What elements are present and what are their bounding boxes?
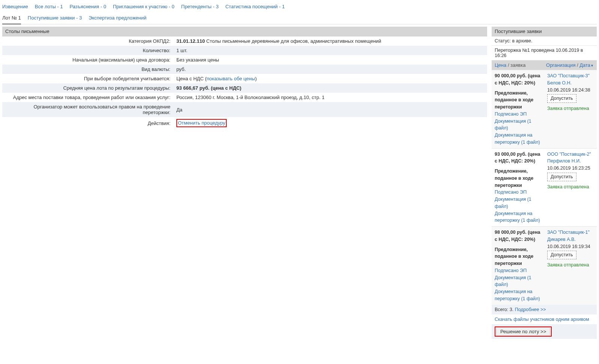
- bid-person-link[interactable]: Белов О.Н.: [547, 80, 572, 86]
- bid-offer-label: Предложение, поданное в ходе переторжки: [495, 168, 541, 189]
- bid-org-link[interactable]: ЗАО "Поставщик-1": [547, 230, 590, 235]
- price-sep: / заявка: [506, 62, 525, 68]
- bid-offer-label: Предложение, поданное в ходе переторжки: [495, 246, 541, 267]
- tab-lot-1[interactable]: Лот № 1: [2, 13, 21, 24]
- bid-card: 98 000,00 руб. (цена с НДС, НДС: 20%)Пре…: [492, 226, 597, 305]
- bid-retrade-docs-link[interactable]: Документация на переторжку (1 файл): [495, 289, 540, 301]
- row-currency-label: Вид валюты:: [2, 65, 173, 74]
- decision-highlight: Решение по лоту >>: [495, 326, 552, 337]
- bid-price: 93 000,00 руб. (цена с НДС, НДС: 20%): [495, 151, 541, 165]
- row-address-label: Адрес места поставки товара, проведения …: [2, 93, 173, 102]
- bid-offer-label: Предложение, поданное в ходе переторжки: [495, 90, 541, 111]
- lot-info-panel: Столы письменные Категория ОКПД2: 31.01.…: [2, 27, 487, 129]
- sort-price-link[interactable]: Цена: [495, 62, 506, 68]
- bid-info-col: 90 000,00 руб. (цена с НДС, НДС: 20%)Пре…: [492, 70, 544, 148]
- row-okpd2-code: 31.01.12.110: [176, 38, 205, 44]
- row-address: Адрес места поставки товара, проведения …: [2, 93, 487, 102]
- bid-price: 98 000,00 руб. (цена с НДС, НДС: 20%): [495, 229, 541, 243]
- bid-signed-link[interactable]: Подписано ЭП: [495, 268, 527, 273]
- row-okpd2-label: Категория ОКПД2:: [2, 36, 173, 46]
- tab-expertise[interactable]: Экспертиза предложений: [89, 13, 146, 24]
- bids-title: Поступившие заявки: [492, 27, 597, 36]
- bid-org-col: ЗАО "Поставщик-1"Дикарев А.В.10.06.2019 …: [544, 227, 597, 305]
- tab-received-bids[interactable]: Поступившие заявки - 3: [28, 13, 82, 24]
- bid-card: 93 000,00 руб. (цена с НДС, НДС: 20%)Пре…: [492, 148, 597, 227]
- row-currency: Вид валюты: руб.: [2, 65, 487, 74]
- row-retrade-right-value: Да: [173, 102, 487, 117]
- tab-lot-1-label: Лот № 1: [2, 15, 21, 21]
- row-currency-value: руб.: [173, 65, 487, 74]
- bid-info-col: 98 000,00 руб. (цена с НДС, НДС: 20%)Пре…: [492, 227, 544, 305]
- nav-all-lots[interactable]: Все лоты - 1: [35, 4, 63, 9]
- sub-nav: Лот № 1 Поступившие заявки - 3 Экспертиз…: [2, 11, 597, 24]
- bids-total-row: Всего: 3. Подробнее >>: [492, 305, 597, 314]
- bids-total-label: Всего: 3.: [495, 307, 513, 312]
- row-winner-criteria: При выборе победителя учитывается: Цена …: [2, 74, 487, 83]
- tab-received-bids-label[interactable]: Поступившие заявки - 3: [28, 15, 82, 21]
- nav-applicants[interactable]: Претенденты - 3: [181, 4, 219, 9]
- bid-sent-status: Заявка отправлена: [547, 262, 594, 269]
- bid-org-col: ЗАО "Поставщик-3"Белов О.Н.10.06.2019 16…: [544, 70, 597, 148]
- bid-docs-link[interactable]: Документация (1 файл): [495, 119, 531, 131]
- bid-sent-status: Заявка отправлена: [547, 105, 594, 112]
- row-okpd2: Категория ОКПД2: 31.01.12.110 Столы пись…: [2, 36, 487, 46]
- row-start-price-value: Без указания цены: [173, 55, 487, 65]
- row-actions-value: Отменить процедуру: [173, 117, 487, 129]
- criteria-suffix: ): [255, 76, 257, 81]
- row-avg-price-label: Средняя цена лота по результатам процеду…: [2, 83, 173, 93]
- cancel-procedure-highlight: Отменить процедуру: [176, 119, 227, 127]
- bid-org-col: ООО "Поставщик-2"Перфилов Н.И.10.06.2019…: [544, 149, 597, 227]
- row-okpd2-value: 31.01.12.110 Столы письменные деревянные…: [173, 36, 487, 46]
- bid-admit-button[interactable]: Допустить: [547, 94, 576, 103]
- row-winner-criteria-label: При выборе победителя учитывается:: [2, 74, 173, 83]
- toggle-both-prices-link[interactable]: показывать обе цены: [207, 76, 255, 81]
- download-all-link[interactable]: Скачать файлы участников одним архивом: [495, 317, 589, 322]
- bid-timestamp: 10.06.2019 16:19:34: [547, 243, 594, 250]
- bid-retrade-docs-link[interactable]: Документация на переторжку (1 файл): [495, 132, 540, 145]
- sort-desc-icon: ▼: [590, 64, 594, 68]
- bid-signed-link[interactable]: Подписано ЭП: [495, 111, 527, 117]
- bid-timestamp: 10.06.2019 16:23:25: [547, 165, 594, 172]
- decision-row: Решение по лоту >>: [492, 324, 597, 339]
- download-all-row: Скачать файлы участников одним архивом: [492, 314, 597, 324]
- row-avg-price-value: 93 666,67 руб. (цена с НДС): [173, 83, 487, 93]
- row-start-price-label: Начальная (максимальная) цена договора:: [2, 55, 173, 65]
- sort-date-link[interactable]: Дата: [579, 62, 590, 68]
- nav-notice[interactable]: Извещение: [2, 4, 28, 9]
- bids-panel: Поступившие заявки Статус: в архиве. Пер…: [492, 27, 597, 339]
- nav-invites[interactable]: Приглашения к участию - 0: [113, 4, 175, 9]
- row-address-value: Россия, 123060 г. Москва, 1-й Волоколамс…: [173, 93, 487, 102]
- top-nav: Извещение Все лоты - 1 Разъяснения - 0 П…: [2, 2, 597, 11]
- bid-signed-link[interactable]: Подписано ЭП: [495, 190, 527, 195]
- bid-timestamp: 10.06.2019 16:24:38: [547, 87, 594, 94]
- bid-admit-button[interactable]: Допустить: [547, 173, 576, 181]
- bid-org-link[interactable]: ЗАО "Поставщик-3": [547, 73, 590, 78]
- cancel-procedure-link[interactable]: Отменить процедуру: [178, 120, 225, 126]
- bids-columns-header: Цена / заявка Организация / Дата▼: [492, 60, 597, 70]
- row-retrade-right-label: Организатор может воспользоваться правом…: [2, 102, 173, 117]
- nav-stats[interactable]: Статистика посещений - 1: [225, 4, 284, 9]
- tab-expertise-label[interactable]: Экспертиза предложений: [89, 15, 146, 21]
- bid-docs-link[interactable]: Документация (1 файл): [495, 197, 531, 209]
- bid-card: 90 000,00 руб. (цена с НДС, НДС: 20%)Пре…: [492, 70, 597, 148]
- row-actions-label: Действия:: [2, 117, 173, 129]
- bids-status: Статус: в архиве.: [492, 36, 597, 46]
- sort-org-link[interactable]: Организация: [546, 62, 575, 68]
- bid-person-link[interactable]: Перфилов Н.И.: [547, 158, 581, 164]
- bid-retrade-docs-link[interactable]: Документация на переторжку (1 файл): [495, 211, 540, 223]
- bid-docs-link[interactable]: Документация (1 файл): [495, 275, 531, 287]
- nav-clarifications[interactable]: Разъяснения - 0: [70, 4, 106, 9]
- row-okpd2-desc: Столы письменные деревянные для офисов, …: [205, 38, 381, 44]
- row-qty-value: 1 шт.: [173, 46, 487, 55]
- bid-person-link[interactable]: Дикарев А.В.: [547, 237, 576, 242]
- row-actions: Действия: Отменить процедуру: [2, 117, 487, 129]
- avg-price-bold: 93 666,67 руб. (цена с НДС): [176, 85, 241, 91]
- row-qty: Количество: 1 шт.: [2, 46, 487, 55]
- bid-org-link[interactable]: ООО "Поставщик-2": [547, 152, 591, 157]
- decision-button[interactable]: Решение по лоту >>: [496, 327, 550, 336]
- criteria-prefix: Цена с НДС (: [176, 76, 207, 81]
- row-qty-label: Количество:: [2, 46, 173, 55]
- bids-more-link[interactable]: Подробнее >>: [515, 307, 546, 312]
- bid-admit-button[interactable]: Допустить: [547, 251, 576, 259]
- bid-info-col: 93 000,00 руб. (цена с НДС, НДС: 20%)Пре…: [492, 149, 544, 227]
